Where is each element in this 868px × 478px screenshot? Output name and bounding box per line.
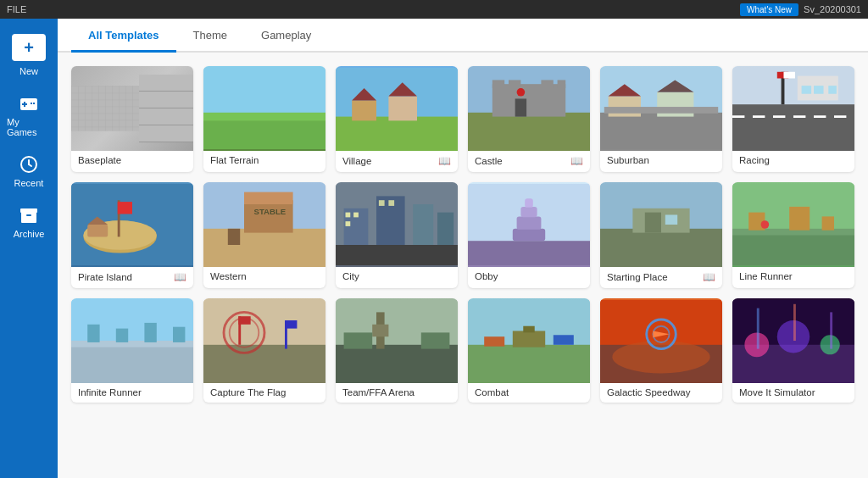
svg-rect-82: [645, 213, 661, 233]
template-name-capture-the-flag: Capture The Flag: [210, 387, 286, 397]
template-name-western: Western: [210, 271, 247, 281]
template-card-suburban[interactable]: Suburban: [600, 66, 722, 172]
book-icon-starting-place: 📖: [703, 271, 715, 283]
svg-rect-109: [372, 325, 388, 336]
file-menu[interactable]: FILE: [7, 4, 26, 14]
template-card-racing[interactable]: Racing: [732, 66, 854, 172]
top-bar-right: What's New Sv_20200301: [740, 3, 861, 16]
template-name-combat: Combat: [475, 387, 509, 397]
template-label-obby: Obby: [468, 267, 590, 286]
sidebar-item-archive[interactable]: Archive: [0, 197, 58, 247]
template-card-team-ffa-arena[interactable]: Team/FFA Arena: [336, 298, 458, 403]
template-card-combat[interactable]: Combat: [468, 298, 590, 403]
my-games-icon: [19, 93, 39, 114]
template-card-city[interactable]: City: [336, 182, 458, 288]
template-card-pirate-island[interactable]: Pirate Island 📖: [71, 182, 193, 288]
svg-rect-75: [513, 229, 545, 241]
template-card-baseplate[interactable]: Baseplate: [71, 66, 193, 172]
template-label-team-ffa-arena: Team/FFA Arena: [336, 383, 458, 403]
template-thumb-line-runner: [732, 182, 854, 267]
sidebar-item-new[interactable]: + New: [0, 25, 58, 85]
template-thumb-starting-place: [600, 182, 722, 267]
template-card-infinite-runner[interactable]: Infinite Runner: [71, 298, 193, 403]
template-card-starting-place[interactable]: Starting Place 📖: [600, 182, 722, 288]
template-card-line-runner[interactable]: Line Runner: [732, 182, 854, 288]
svg-point-90: [761, 220, 770, 229]
template-label-combat: Combat: [468, 383, 590, 403]
svg-rect-77: [520, 207, 537, 217]
svg-rect-97: [173, 327, 185, 342]
svg-rect-32: [600, 113, 722, 149]
whats-new-button[interactable]: What's New: [740, 3, 798, 16]
template-thumb-galactic-speedway: [600, 298, 722, 383]
archive-icon: [19, 205, 39, 225]
svg-rect-23: [468, 113, 590, 149]
svg-rect-33: [609, 97, 641, 117]
svg-rect-105: [285, 320, 297, 329]
svg-rect-89: [822, 216, 834, 230]
template-name-city: City: [342, 271, 359, 281]
template-card-village[interactable]: Village 📖: [336, 66, 458, 172]
template-thumb-flat-terrain: [203, 66, 326, 151]
template-card-capture-the-flag[interactable]: Capture The Flag: [203, 298, 326, 403]
template-thumb-village: [336, 66, 458, 151]
sidebar-item-archive-label: Archive: [14, 229, 45, 239]
template-thumb-racing: [732, 66, 854, 151]
sidebar-item-recent[interactable]: Recent: [0, 146, 58, 197]
content-area: All Templates Theme Gameplay Baseplate: [58, 19, 868, 478]
tabs-bar: All Templates Theme Gameplay: [58, 19, 868, 53]
template-label-baseplate: Baseplate: [71, 151, 193, 170]
svg-rect-45: [802, 86, 812, 94]
svg-rect-59: [244, 192, 293, 204]
template-grid-container: Baseplate Flat Terrain: [58, 53, 868, 478]
svg-rect-83: [665, 214, 677, 225]
template-card-castle[interactable]: Castle 📖: [468, 66, 590, 172]
svg-rect-70: [346, 221, 351, 226]
svg-rect-29: [515, 98, 526, 116]
tab-all-templates[interactable]: All Templates: [71, 19, 176, 53]
svg-rect-116: [484, 336, 504, 347]
tab-gameplay[interactable]: Gameplay: [244, 19, 328, 53]
svg-rect-99: [203, 345, 326, 381]
svg-rect-14: [203, 117, 326, 149]
template-card-flat-terrain[interactable]: Flat Terrain: [203, 66, 326, 172]
template-label-western: Western: [203, 267, 326, 286]
top-bar: FILE What's New Sv_20200301: [0, 0, 868, 19]
book-icon-castle: 📖: [570, 155, 583, 167]
template-name-castle: Castle: [475, 156, 503, 166]
svg-rect-117: [554, 335, 574, 345]
template-name-move-it-simulator: Move It Simulator: [739, 387, 815, 397]
template-thumb-baseplate: [71, 66, 193, 151]
svg-rect-94: [87, 325, 99, 342]
svg-rect-68: [346, 213, 351, 218]
version-label: Sv_20200301: [804, 4, 861, 14]
sidebar-item-my-games[interactable]: My Games: [0, 85, 58, 146]
template-name-pirate-island: Pirate Island: [78, 272, 132, 282]
template-thumb-pirate-island: [71, 182, 193, 267]
template-thumb-team-ffa-arena: [336, 298, 458, 383]
template-thumb-infinite-runner: [71, 298, 193, 383]
template-card-galactic-speedway[interactable]: Galactic Speedway: [600, 298, 722, 403]
svg-rect-47: [828, 86, 837, 94]
svg-rect-72: [388, 200, 394, 206]
template-thumb-combat: [468, 298, 590, 383]
template-name-infinite-runner: Infinite Runner: [78, 387, 142, 397]
svg-rect-129: [757, 308, 760, 349]
svg-point-120: [612, 341, 709, 373]
template-card-obby[interactable]: Obby: [468, 182, 590, 288]
template-card-western[interactable]: STABLE Western: [203, 182, 326, 288]
svg-rect-115: [523, 326, 534, 333]
template-thumb-city: [336, 182, 458, 267]
svg-rect-17: [336, 117, 458, 149]
sidebar-item-recent-label: Recent: [14, 178, 44, 188]
svg-rect-39: [732, 104, 854, 149]
svg-rect-4: [33, 103, 35, 104]
template-label-galactic-speedway: Galactic Speedway: [600, 383, 722, 403]
template-card-move-it-simulator[interactable]: Move It Simulator: [732, 298, 854, 403]
book-icon-village: 📖: [438, 155, 451, 167]
template-name-team-ffa-arena: Team/FFA Arena: [342, 387, 415, 397]
svg-rect-76: [517, 216, 542, 229]
tab-theme[interactable]: Theme: [176, 19, 244, 53]
template-name-baseplate: Baseplate: [78, 155, 121, 165]
svg-rect-20: [388, 97, 417, 121]
